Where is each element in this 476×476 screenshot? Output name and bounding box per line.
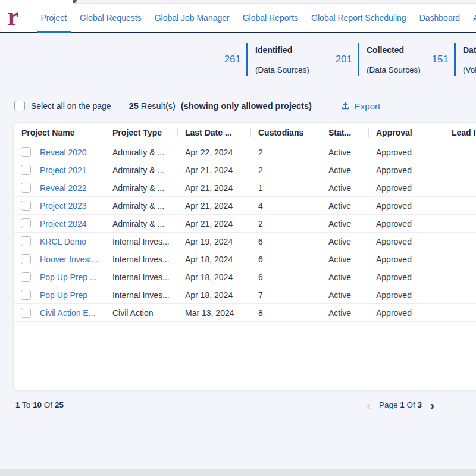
project-link[interactable]: KRCL Demo xyxy=(40,237,86,246)
tab-dashboard[interactable]: Dashboard xyxy=(413,4,467,32)
cell-custodians: 7 xyxy=(250,290,321,300)
range-of-label: Of xyxy=(44,400,52,409)
project-link[interactable]: Project 2023 xyxy=(40,201,87,211)
horizontal-scrollbar[interactable] xyxy=(0,469,476,476)
cell-last-date: Apr 21, 2024 xyxy=(177,183,250,193)
results-count-number: 25 xyxy=(129,101,139,111)
table-row: Reveal 2020 Admiralty & ... Apr 22, 2024… xyxy=(14,143,476,161)
cell-project-type: Internal Inves... xyxy=(105,273,177,282)
cell-project-type: Civil Action xyxy=(105,308,177,318)
tab-global-job-manager[interactable]: Global Job Manager xyxy=(148,4,236,32)
cell-project-type: Admiralty & ... xyxy=(105,148,177,157)
stat-identified-sublabel: (Data Sources) xyxy=(255,65,333,74)
prev-page-icon[interactable]: ‹ xyxy=(363,401,374,409)
stat-data-volume-sublabel: (Volume) xyxy=(463,65,476,74)
row-checkbox[interactable] xyxy=(21,201,31,211)
row-checkbox[interactable] xyxy=(21,254,31,264)
cell-custodians: 2 xyxy=(250,219,321,228)
row-checkbox[interactable] xyxy=(21,218,31,228)
tab-admin[interactable]: Admin xyxy=(466,4,476,32)
cell-approval: Approved xyxy=(368,273,444,282)
results-count-label: Result(s) xyxy=(141,101,176,111)
cell-approval: Approved xyxy=(368,290,444,300)
page-of-label: Of xyxy=(406,400,415,409)
column-header-project-type[interactable]: Project Type xyxy=(105,128,177,137)
row-checkbox[interactable] xyxy=(21,147,31,157)
cell-project-type: Admiralty & ... xyxy=(105,219,177,228)
table-row: KRCL Demo Internal Inves... Apr 19, 2024… xyxy=(14,233,476,250)
project-link[interactable]: Reveal 2022 xyxy=(40,183,87,193)
tab-global-requests[interactable]: Global Requests xyxy=(73,4,148,32)
current-page: 1 xyxy=(400,400,405,409)
project-link[interactable]: Pop Up Prep xyxy=(40,290,87,300)
cell-approval: Approved xyxy=(368,201,444,211)
column-header-lead[interactable]: Lead I... xyxy=(444,128,476,137)
page-label: Page xyxy=(379,400,398,409)
row-checkbox[interactable] xyxy=(21,183,31,193)
stat-divider-bar xyxy=(454,43,456,76)
cell-status: Active xyxy=(321,148,368,157)
project-link[interactable]: Civil Action E... xyxy=(40,308,95,318)
stats-bar: 261 Identified (Data Sources) 201 Collec… xyxy=(0,43,476,78)
project-link[interactable]: Reveal 2020 xyxy=(40,148,87,157)
range-end: 10 xyxy=(33,400,42,409)
table-row: Project 2024 Admiralty & ... Apr 21, 202… xyxy=(14,215,476,233)
main-navbar: r Project Global Requests Global Job Man… xyxy=(0,4,476,33)
export-label: Export xyxy=(355,101,380,111)
cell-last-date: Apr 22, 2024 xyxy=(177,148,250,157)
row-checkbox[interactable] xyxy=(21,290,31,300)
column-header-project-name[interactable]: Project Name xyxy=(14,128,105,137)
range-total: 25 xyxy=(55,400,64,409)
tab-global-reports[interactable]: Global Reports xyxy=(236,4,305,32)
project-link[interactable]: Hoover Invest... xyxy=(40,255,98,264)
stat-divider-bar xyxy=(358,43,359,76)
nav-tabs: Project Global Requests Global Job Manag… xyxy=(35,4,476,32)
reveal-logo[interactable]: r xyxy=(7,6,19,27)
tab-project[interactable]: Project xyxy=(35,4,74,32)
cell-status: Active xyxy=(321,165,368,175)
stat-data-volume-value: 151 xyxy=(422,54,449,65)
cell-project-type: Internal Inves... xyxy=(105,290,177,300)
column-header-status[interactable]: Stat... xyxy=(321,128,368,137)
project-link[interactable]: Project 2024 xyxy=(40,219,87,228)
cell-status: Active xyxy=(321,308,368,318)
cell-project-type: Internal Inves... xyxy=(105,255,177,264)
projects-table-card: Project Name Project Type Last Date ... … xyxy=(13,122,476,391)
cell-approval: Approved xyxy=(368,237,444,246)
export-button[interactable]: Export xyxy=(340,101,380,111)
cell-project-type: Admiralty & ... xyxy=(105,165,177,175)
stat-collected-value: 201 xyxy=(326,54,352,65)
tab-global-report-scheduling[interactable]: Global Report Scheduling xyxy=(305,4,413,32)
results-note: (showing only allowed projects) xyxy=(181,101,312,111)
cell-last-date: Apr 21, 2024 xyxy=(177,165,250,175)
table-header-row: Project Name Project Type Last Date ... … xyxy=(14,123,476,143)
cell-custodians: 6 xyxy=(250,255,321,264)
cell-project-type: Admiralty & ... xyxy=(105,183,177,193)
project-link[interactable]: Project 2021 xyxy=(40,165,87,175)
cell-custodians: 1 xyxy=(250,183,321,193)
cell-project-type: Internal Inves... xyxy=(105,237,177,246)
range-to-label: To xyxy=(22,400,30,409)
table-row: Pop Up Prep ... Internal Inves... Apr 18… xyxy=(14,268,476,286)
table-row: Hoover Invest... Internal Inves... Apr 1… xyxy=(14,250,476,268)
column-header-custodians[interactable]: Custodians xyxy=(250,128,321,137)
row-checkbox[interactable] xyxy=(21,308,31,318)
cell-custodians: 8 xyxy=(250,308,321,318)
next-page-icon[interactable]: › xyxy=(427,401,438,409)
project-link[interactable]: Pop Up Prep ... xyxy=(40,273,97,282)
column-header-last-date[interactable]: Last Date ... xyxy=(177,128,250,137)
table-row: Project 2021 Admiralty & ... Apr 21, 202… xyxy=(14,161,476,179)
row-checkbox[interactable] xyxy=(21,165,31,175)
stat-data-volume-label: Data xyxy=(463,45,476,55)
cell-approval: Approved xyxy=(368,219,444,228)
table-row: Reveal 2022 Admiralty & ... Apr 21, 2024… xyxy=(14,179,476,197)
select-all-checkbox[interactable] xyxy=(14,101,25,111)
cell-status: Active xyxy=(321,237,368,246)
browser-top-notch xyxy=(73,0,77,3)
pagination: ‹ Page 1 Of 3 › xyxy=(363,400,438,409)
cell-last-date: Apr 18, 2024 xyxy=(177,273,250,282)
column-header-approval[interactable]: Approval xyxy=(368,128,444,137)
cell-last-date: Apr 21, 2024 xyxy=(177,219,250,228)
row-checkbox[interactable] xyxy=(21,236,31,246)
row-checkbox[interactable] xyxy=(21,272,31,282)
